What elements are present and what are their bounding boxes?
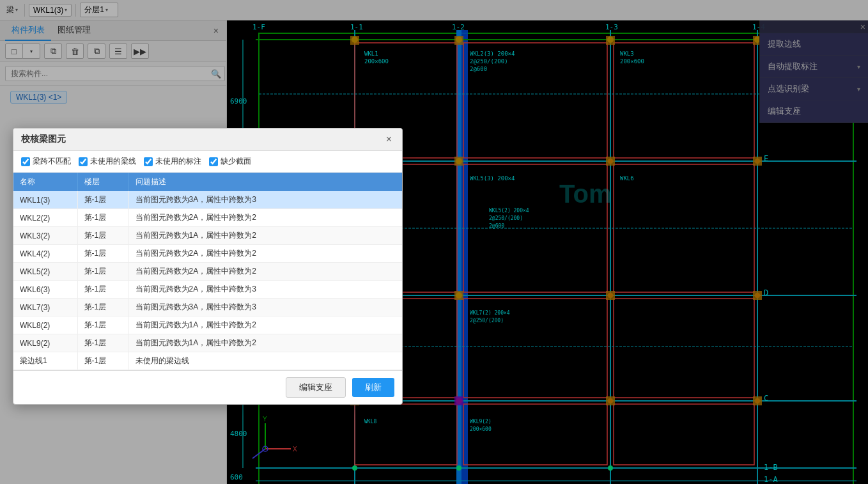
cell-desc: 当前图元跨数为1A，属性中跨数为2 xyxy=(128,316,402,334)
cell-floor: 第-1层 xyxy=(77,281,128,299)
modal-refresh-btn[interactable]: 刷新 xyxy=(352,378,394,397)
cell-desc: 当前图元跨数为1A，属性中跨数为2 xyxy=(128,227,402,245)
cell-desc: 当前图元跨数为3A，属性中跨数为3 xyxy=(128,191,402,209)
filter-unused-beam-line-checkbox[interactable] xyxy=(79,157,88,166)
filter-unused-beam-line[interactable]: 未使用的梁线 xyxy=(79,156,136,167)
table-row[interactable]: WKL8(2)第-1层当前图元跨数为1A，属性中跨数为2 xyxy=(13,316,402,334)
modal-close-btn[interactable]: × xyxy=(384,134,394,145)
cell-desc: 当前图元跨数为2A，属性中跨数为3 xyxy=(128,281,402,299)
table-row[interactable]: WKL6(3)第-1层当前图元跨数为2A，属性中跨数为3 xyxy=(13,281,402,299)
cell-floor: 第-1层 xyxy=(77,245,128,263)
modal-table: 名称 楼层 问题描述 WKL1(3)第-1层当前图元跨数为3A，属性中跨数为3W… xyxy=(13,173,402,371)
table-row[interactable]: 梁边线1第-1层未使用的梁边线 xyxy=(13,352,402,370)
col-floor: 楼层 xyxy=(77,173,128,191)
filter-missing-section[interactable]: 缺少截面 xyxy=(209,156,251,167)
cell-floor: 第-1层 xyxy=(77,352,128,370)
col-name: 名称 xyxy=(13,173,77,191)
modal-header: 校核梁图元 × xyxy=(13,129,402,151)
cell-name: WKL6(3) xyxy=(13,281,77,299)
cell-desc: 当前图元跨数为2A，属性中跨数为2 xyxy=(128,209,402,227)
cell-name: WKL2(2) xyxy=(13,209,77,227)
table-row[interactable]: WKL3(2)第-1层当前图元跨数为1A，属性中跨数为2 xyxy=(13,227,402,245)
cell-name: 梁边线1 xyxy=(13,352,77,370)
cell-name: WKL9(2) xyxy=(13,334,77,352)
cell-floor: 第-1层 xyxy=(77,334,128,352)
modal-table-body: WKL1(3)第-1层当前图元跨数为3A，属性中跨数为3WKL2(2)第-1层当… xyxy=(13,191,402,371)
filter-span-mismatch[interactable]: 梁跨不匹配 xyxy=(21,156,71,167)
table-row[interactable]: WKL4(2)第-1层当前图元跨数为2A，属性中跨数为2 xyxy=(13,245,402,263)
col-desc: 问题描述 xyxy=(128,173,402,191)
cell-floor: 第-1层 xyxy=(77,227,128,245)
table-row[interactable]: WKL5(2)第-1层当前图元跨数为2A，属性中跨数为2 xyxy=(13,263,402,281)
cell-name: WKL3(2) xyxy=(13,227,77,245)
modal-dialog: 校核梁图元 × 梁跨不匹配 未使用的梁线 未使用的标注 缺少截面 xyxy=(13,128,403,405)
modal-table-wrap[interactable]: 名称 楼层 问题描述 WKL1(3)第-1层当前图元跨数为3A，属性中跨数为3W… xyxy=(13,173,402,371)
cell-floor: 第-1层 xyxy=(77,191,128,209)
cell-floor: 第-1层 xyxy=(77,316,128,334)
table-row[interactable]: WKL7(3)第-1层当前图元跨数为3A，属性中跨数为3 xyxy=(13,299,402,316)
filter-unused-annotation[interactable]: 未使用的标注 xyxy=(144,156,201,167)
cell-floor: 第-1层 xyxy=(77,263,128,281)
cell-desc: 当前图元跨数为3A，属性中跨数为3 xyxy=(128,299,402,316)
cell-desc: 当前图元跨数为2A，属性中跨数为2 xyxy=(128,263,402,281)
modal-footer: 编辑支座 刷新 xyxy=(13,371,402,404)
cell-floor: 第-1层 xyxy=(77,209,128,227)
table-header: 名称 楼层 问题描述 xyxy=(13,173,402,191)
cell-name: WKL4(2) xyxy=(13,245,77,263)
filter-unused-annotation-checkbox[interactable] xyxy=(144,157,153,166)
cell-name: WKL7(3) xyxy=(13,299,77,316)
cell-name: WKL5(2) xyxy=(13,263,77,281)
modal-title: 校核梁图元 xyxy=(21,134,384,145)
modal-edit-support-btn[interactable]: 编辑支座 xyxy=(286,377,346,398)
modal-filters: 梁跨不匹配 未使用的梁线 未使用的标注 缺少截面 xyxy=(13,151,402,173)
table-row[interactable]: WKL2(2)第-1层当前图元跨数为2A，属性中跨数为2 xyxy=(13,209,402,227)
table-row[interactable]: WKL9(2)第-1层当前图元跨数为1A，属性中跨数为2 xyxy=(13,334,402,352)
cell-name: WKL1(3) xyxy=(13,191,77,209)
modal-overlay: 校核梁图元 × 梁跨不匹配 未使用的梁线 未使用的标注 缺少截面 xyxy=(0,0,868,484)
cell-floor: 第-1层 xyxy=(77,299,128,316)
cell-desc: 当前图元跨数为1A，属性中跨数为2 xyxy=(128,334,402,352)
cell-name: WKL8(2) xyxy=(13,316,77,334)
filter-missing-section-checkbox[interactable] xyxy=(209,157,218,166)
table-row[interactable]: WKL1(3)第-1层当前图元跨数为3A，属性中跨数为3 xyxy=(13,191,402,209)
cell-desc: 当前图元跨数为2A，属性中跨数为2 xyxy=(128,245,402,263)
filter-span-mismatch-checkbox[interactable] xyxy=(21,157,30,166)
cell-desc: 未使用的梁边线 xyxy=(128,352,402,370)
